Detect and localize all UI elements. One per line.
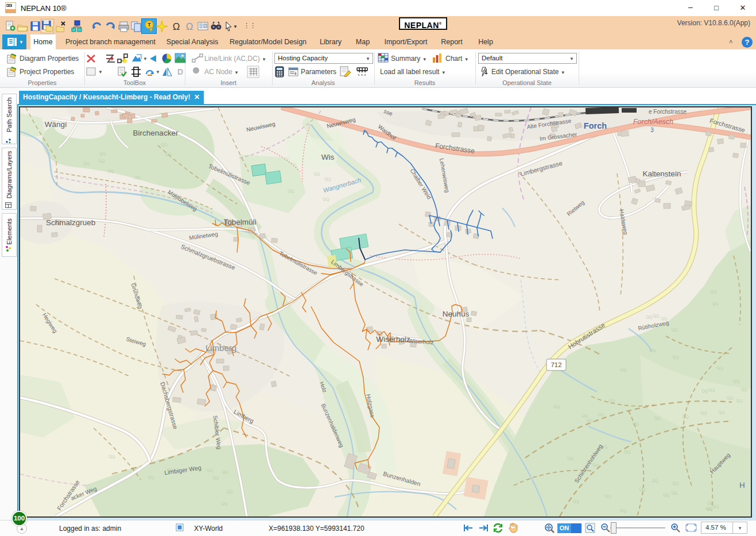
svg-text:H: H <box>739 481 745 489</box>
svg-text:Schmalzgrueb: Schmalzgrueb <box>46 218 95 227</box>
svg-text:Tobelmüli: Tobelmüli <box>223 218 256 226</box>
svg-text:T: T <box>148 22 151 28</box>
svg-text:e Forchstrasse: e Forchstrasse <box>649 109 687 115</box>
svg-text:Ω: Ω <box>186 21 193 32</box>
svg-text:Neuhus: Neuhus <box>443 310 470 318</box>
svg-text:3: 3 <box>650 127 654 133</box>
svg-text:Kaltenstein: Kaltenstein <box>643 169 681 178</box>
svg-text:Forch/Aesch: Forch/Aesch <box>633 118 673 126</box>
svg-text:D: D <box>177 67 183 76</box>
svg-text:712: 712 <box>550 361 561 368</box>
svg-text:Wiserholz: Wiserholz <box>376 335 410 344</box>
svg-text:Ω: Ω <box>173 21 180 32</box>
svg-text:Wängi: Wängi <box>45 120 67 129</box>
svg-text:Limberg: Limberg <box>206 343 237 353</box>
svg-text:Birchenacker: Birchenacker <box>133 129 179 137</box>
svg-text:Wis: Wis <box>321 153 335 161</box>
svg-text:Forch: Forch <box>584 121 607 130</box>
